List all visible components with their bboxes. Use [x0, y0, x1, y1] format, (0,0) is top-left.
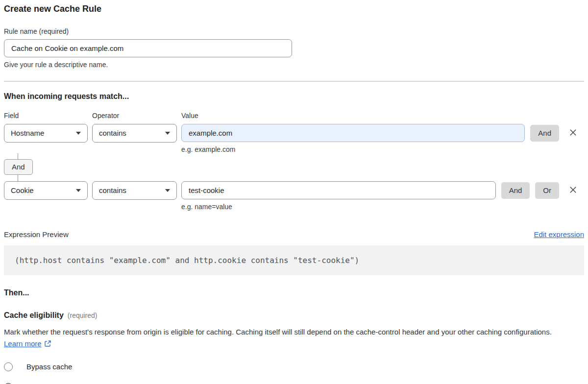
expression-code-box: (http.host contains "example.com" and ht…	[4, 245, 584, 275]
cache-eligibility-heading: Cache eligibility	[4, 311, 64, 320]
caret-down-icon	[165, 189, 170, 192]
connector-line	[18, 175, 18, 181]
caret-down-icon	[76, 189, 81, 192]
expression-code: (http.host contains "example.com" and ht…	[15, 256, 359, 265]
column-label-field: Field	[4, 112, 92, 120]
connector-line	[18, 153, 18, 159]
remove-condition-button-1[interactable]	[567, 128, 578, 139]
value-hint-2: e.g. name=value	[181, 203, 496, 211]
operator-select-1-value: contains	[99, 129, 126, 137]
field-select-1[interactable]: Hostname	[4, 124, 88, 143]
column-label-value: Value	[181, 112, 584, 120]
and-button-1[interactable]: And	[530, 125, 559, 142]
field-select-2-value: Cookie	[11, 186, 34, 194]
caret-down-icon	[165, 132, 170, 135]
operator-select-2-value: contains	[99, 186, 126, 194]
learn-more-label: Learn more	[4, 339, 42, 348]
operator-select-2[interactable]: contains	[92, 181, 177, 200]
radio-icon	[4, 362, 13, 371]
edit-expression-link[interactable]: Edit expression	[534, 230, 584, 239]
cache-eligibility-description: Mark whether the request’s response from…	[4, 326, 571, 351]
field-select-1-value: Hostname	[11, 129, 44, 137]
cache-eligibility-heading-row: Cache eligibility (required)	[4, 311, 584, 320]
page-title: Create new Cache Rule	[4, 4, 584, 15]
value-column-1: e.g. example.com	[181, 124, 525, 153]
condition-row-2: Cookie contains e.g. name=value And Or	[4, 181, 578, 211]
connector-and-button[interactable]: And	[4, 159, 33, 175]
condition-connector: And	[4, 153, 584, 181]
radio-option-0[interactable]: Bypass cache	[4, 362, 584, 371]
expression-header: Expression Preview Edit expression	[4, 230, 584, 239]
condition-column-labels: Field Operator Value	[4, 112, 584, 120]
rule-name-help: Give your rule a descriptive name.	[4, 61, 584, 69]
condition-row-1: Hostname contains e.g. example.com And	[4, 124, 578, 153]
operator-select-1[interactable]: contains	[92, 124, 177, 143]
row-actions-1: And	[525, 124, 578, 143]
and-button-2[interactable]: And	[501, 182, 530, 199]
caret-down-icon	[76, 132, 81, 135]
learn-more-link[interactable]: Learn more	[4, 339, 51, 348]
create-cache-rule-page: Create new Cache Rule Rule name (require…	[4, 4, 584, 384]
expression-preview-label: Expression Preview	[4, 230, 69, 239]
match-heading: When incoming requests match...	[4, 92, 584, 101]
external-link-icon	[44, 340, 51, 349]
then-heading: Then...	[4, 288, 584, 297]
description-text: Mark whether the request’s response from…	[4, 328, 552, 336]
required-note: (required)	[68, 312, 98, 319]
or-button-2[interactable]: Or	[535, 182, 559, 199]
rule-name-label: Rule name (required)	[4, 27, 584, 35]
rule-name-input[interactable]	[4, 39, 292, 57]
value-hint-1: e.g. example.com	[181, 145, 525, 153]
remove-condition-button-2[interactable]	[567, 185, 578, 196]
close-icon	[568, 128, 578, 139]
value-input-1[interactable]	[181, 124, 525, 142]
row-actions-2: And Or	[496, 181, 578, 200]
rule-name-group: Rule name (required) Give your rule a de…	[4, 27, 584, 69]
close-icon	[568, 185, 578, 196]
section-divider	[4, 81, 584, 82]
radio-label: Bypass cache	[26, 362, 72, 371]
field-select-2[interactable]: Cookie	[4, 181, 88, 200]
value-column-2: e.g. name=value	[181, 181, 496, 211]
column-label-operator: Operator	[92, 112, 181, 120]
value-input-2[interactable]	[181, 181, 496, 199]
